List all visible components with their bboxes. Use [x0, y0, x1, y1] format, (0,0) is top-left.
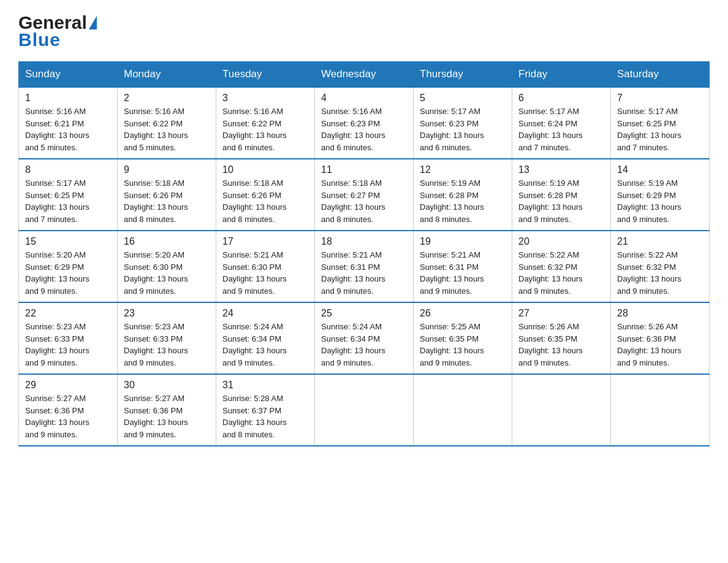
day-number: 18 [321, 236, 407, 247]
day-number: 14 [617, 164, 703, 175]
calendar-cell [611, 374, 710, 446]
day-info: Sunrise: 5:28 AM Sunset: 6:37 PM Dayligh… [222, 393, 308, 440]
calendar-cell: 5 Sunrise: 5:17 AM Sunset: 6:23 PM Dayli… [414, 87, 512, 159]
logo-blue-text: Blue [18, 29, 61, 50]
day-info: Sunrise: 5:19 AM Sunset: 6:28 PM Dayligh… [420, 177, 506, 225]
day-number: 25 [321, 308, 407, 319]
day-info: Sunrise: 5:25 AM Sunset: 6:35 PM Dayligh… [420, 321, 506, 369]
day-info: Sunrise: 5:18 AM Sunset: 6:27 PM Dayligh… [321, 177, 407, 225]
day-info: Sunrise: 5:23 AM Sunset: 6:33 PM Dayligh… [25, 321, 111, 369]
calendar-cell: 4 Sunrise: 5:16 AM Sunset: 6:23 PM Dayli… [315, 87, 414, 159]
day-number: 5 [420, 93, 506, 104]
day-info: Sunrise: 5:16 AM Sunset: 6:22 PM Dayligh… [222, 105, 308, 153]
day-number: 16 [124, 236, 210, 247]
day-number: 31 [222, 380, 308, 391]
day-info: Sunrise: 5:18 AM Sunset: 6:26 PM Dayligh… [124, 177, 210, 225]
day-number: 4 [321, 93, 407, 104]
calendar-cell [512, 374, 611, 446]
calendar-cell: 27 Sunrise: 5:26 AM Sunset: 6:35 PM Dayl… [512, 302, 611, 374]
calendar-cell: 17 Sunrise: 5:21 AM Sunset: 6:30 PM Dayl… [216, 231, 315, 302]
header-thursday: Thursday [414, 62, 512, 88]
calendar-cell: 25 Sunrise: 5:24 AM Sunset: 6:34 PM Dayl… [315, 302, 414, 374]
calendar-week-row: 22 Sunrise: 5:23 AM Sunset: 6:33 PM Dayl… [19, 302, 710, 374]
day-info: Sunrise: 5:16 AM Sunset: 6:23 PM Dayligh… [321, 105, 407, 153]
calendar-cell: 12 Sunrise: 5:19 AM Sunset: 6:28 PM Dayl… [414, 159, 512, 231]
day-info: Sunrise: 5:21 AM Sunset: 6:31 PM Dayligh… [321, 249, 407, 297]
day-number: 30 [124, 380, 210, 391]
day-info: Sunrise: 5:20 AM Sunset: 6:29 PM Dayligh… [25, 249, 111, 297]
day-info: Sunrise: 5:19 AM Sunset: 6:29 PM Dayligh… [617, 177, 703, 225]
calendar-cell: 8 Sunrise: 5:17 AM Sunset: 6:25 PM Dayli… [19, 159, 118, 231]
day-info: Sunrise: 5:27 AM Sunset: 6:36 PM Dayligh… [124, 393, 210, 440]
day-number: 21 [617, 236, 703, 247]
calendar-cell: 10 Sunrise: 5:18 AM Sunset: 6:26 PM Dayl… [216, 159, 315, 231]
calendar-header-row: SundayMondayTuesdayWednesdayThursdayFrid… [19, 62, 710, 88]
day-info: Sunrise: 5:19 AM Sunset: 6:28 PM Dayligh… [518, 177, 604, 225]
day-number: 15 [25, 236, 111, 247]
header-sunday: Sunday [19, 62, 118, 88]
day-info: Sunrise: 5:26 AM Sunset: 6:35 PM Dayligh… [518, 321, 604, 369]
page-header: General Blue [18, 12, 710, 50]
calendar-cell: 11 Sunrise: 5:18 AM Sunset: 6:27 PM Dayl… [315, 159, 414, 231]
calendar-cell: 3 Sunrise: 5:16 AM Sunset: 6:22 PM Dayli… [216, 87, 315, 159]
day-info: Sunrise: 5:27 AM Sunset: 6:36 PM Dayligh… [25, 393, 111, 440]
header-wednesday: Wednesday [315, 62, 414, 88]
calendar-cell: 6 Sunrise: 5:17 AM Sunset: 6:24 PM Dayli… [512, 87, 611, 159]
day-number: 17 [222, 236, 308, 247]
day-info: Sunrise: 5:23 AM Sunset: 6:33 PM Dayligh… [124, 321, 210, 369]
calendar-week-row: 1 Sunrise: 5:16 AM Sunset: 6:21 PM Dayli… [19, 87, 710, 159]
day-info: Sunrise: 5:21 AM Sunset: 6:31 PM Dayligh… [420, 249, 506, 297]
day-number: 28 [617, 308, 703, 319]
header-monday: Monday [118, 62, 216, 88]
day-info: Sunrise: 5:17 AM Sunset: 6:25 PM Dayligh… [617, 105, 703, 153]
calendar-cell: 29 Sunrise: 5:27 AM Sunset: 6:36 PM Dayl… [19, 374, 118, 446]
day-number: 12 [420, 164, 506, 175]
day-number: 24 [222, 308, 308, 319]
header-saturday: Saturday [611, 62, 710, 88]
day-info: Sunrise: 5:17 AM Sunset: 6:23 PM Dayligh… [420, 105, 506, 153]
calendar-cell: 28 Sunrise: 5:26 AM Sunset: 6:36 PM Dayl… [611, 302, 710, 374]
calendar-table: SundayMondayTuesdayWednesdayThursdayFrid… [18, 61, 710, 446]
day-info: Sunrise: 5:26 AM Sunset: 6:36 PM Dayligh… [617, 321, 703, 369]
day-info: Sunrise: 5:16 AM Sunset: 6:21 PM Dayligh… [25, 105, 111, 153]
calendar-cell [315, 374, 414, 446]
day-info: Sunrise: 5:24 AM Sunset: 6:34 PM Dayligh… [222, 321, 308, 369]
calendar-cell: 31 Sunrise: 5:28 AM Sunset: 6:37 PM Dayl… [216, 374, 315, 446]
day-number: 7 [617, 93, 703, 104]
calendar-cell: 20 Sunrise: 5:22 AM Sunset: 6:32 PM Dayl… [512, 231, 611, 302]
day-info: Sunrise: 5:24 AM Sunset: 6:34 PM Dayligh… [321, 321, 407, 369]
day-info: Sunrise: 5:22 AM Sunset: 6:32 PM Dayligh… [617, 249, 703, 297]
calendar-cell: 30 Sunrise: 5:27 AM Sunset: 6:36 PM Dayl… [118, 374, 216, 446]
calendar-cell: 18 Sunrise: 5:21 AM Sunset: 6:31 PM Dayl… [315, 231, 414, 302]
calendar-cell: 2 Sunrise: 5:16 AM Sunset: 6:22 PM Dayli… [118, 87, 216, 159]
calendar-cell: 14 Sunrise: 5:19 AM Sunset: 6:29 PM Dayl… [611, 159, 710, 231]
calendar-cell: 16 Sunrise: 5:20 AM Sunset: 6:30 PM Dayl… [118, 231, 216, 302]
calendar-week-row: 8 Sunrise: 5:17 AM Sunset: 6:25 PM Dayli… [19, 159, 710, 231]
day-number: 22 [25, 308, 111, 319]
calendar-cell: 22 Sunrise: 5:23 AM Sunset: 6:33 PM Dayl… [19, 302, 118, 374]
day-info: Sunrise: 5:22 AM Sunset: 6:32 PM Dayligh… [518, 249, 604, 297]
calendar-cell: 24 Sunrise: 5:24 AM Sunset: 6:34 PM Dayl… [216, 302, 315, 374]
day-number: 23 [124, 308, 210, 319]
calendar-cell: 13 Sunrise: 5:19 AM Sunset: 6:28 PM Dayl… [512, 159, 611, 231]
day-number: 1 [25, 93, 111, 104]
calendar-cell: 7 Sunrise: 5:17 AM Sunset: 6:25 PM Dayli… [611, 87, 710, 159]
logo-triangle-icon [89, 16, 97, 29]
day-number: 20 [518, 236, 604, 247]
calendar-cell: 23 Sunrise: 5:23 AM Sunset: 6:33 PM Dayl… [118, 302, 216, 374]
calendar-cell: 1 Sunrise: 5:16 AM Sunset: 6:21 PM Dayli… [19, 87, 118, 159]
day-number: 3 [222, 93, 308, 104]
day-number: 19 [420, 236, 506, 247]
day-number: 2 [124, 93, 210, 104]
calendar-week-row: 29 Sunrise: 5:27 AM Sunset: 6:36 PM Dayl… [19, 374, 710, 446]
day-info: Sunrise: 5:21 AM Sunset: 6:30 PM Dayligh… [222, 249, 308, 297]
calendar-cell: 19 Sunrise: 5:21 AM Sunset: 6:31 PM Dayl… [414, 231, 512, 302]
day-info: Sunrise: 5:17 AM Sunset: 6:24 PM Dayligh… [518, 105, 604, 153]
day-info: Sunrise: 5:16 AM Sunset: 6:22 PM Dayligh… [124, 105, 210, 153]
day-info: Sunrise: 5:18 AM Sunset: 6:26 PM Dayligh… [222, 177, 308, 225]
day-number: 6 [518, 93, 604, 104]
logo: General Blue [18, 12, 97, 50]
header-friday: Friday [512, 62, 611, 88]
header-tuesday: Tuesday [216, 62, 315, 88]
calendar-cell: 26 Sunrise: 5:25 AM Sunset: 6:35 PM Dayl… [414, 302, 512, 374]
